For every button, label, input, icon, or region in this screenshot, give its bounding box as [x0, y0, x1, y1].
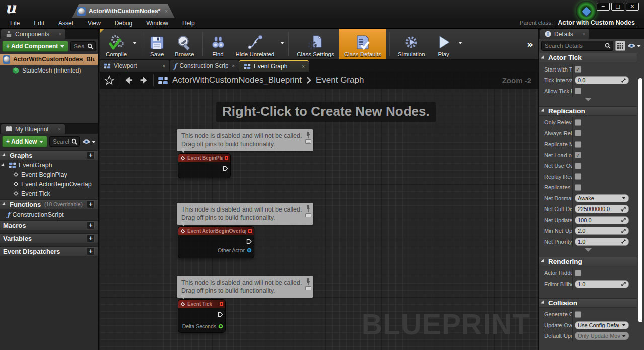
- find-button[interactable]: Find: [206, 29, 231, 59]
- number-field[interactable]: 225000000.0: [575, 205, 629, 213]
- add-new-button[interactable]: + Add New: [2, 136, 47, 147]
- tree-item-event[interactable]: Event Tick: [0, 189, 98, 198]
- object-output-pin[interactable]: [247, 248, 252, 253]
- component-row-staticmesh[interactable]: StaticMesh (Inherited): [0, 65, 98, 76]
- add-macro-button[interactable]: +: [87, 221, 95, 229]
- save-button[interactable]: Save: [144, 29, 170, 59]
- dropdown[interactable]: Awake: [575, 194, 629, 202]
- variables-section-header[interactable]: Variables +: [0, 233, 98, 243]
- section-header-rendering[interactable]: Rendering: [539, 257, 637, 266]
- checkbox[interactable]: [575, 141, 581, 148]
- menu-item[interactable]: Window: [140, 19, 174, 28]
- tab-event-graph[interactable]: Event Graph ×: [239, 60, 309, 72]
- components-tab[interactable]: Components ×: [1, 29, 65, 39]
- number-field[interactable]: 0.0: [575, 76, 629, 84]
- parent-class-value[interactable]: Actor with Custom Nodes: [556, 19, 637, 27]
- section-header-actor-tick[interactable]: Actor Tick: [539, 53, 637, 62]
- compile-button[interactable]: Compile: [101, 29, 132, 59]
- my-blueprint-search[interactable]: [49, 136, 80, 147]
- checkbox[interactable]: [575, 66, 581, 73]
- browse-button[interactable]: Browse: [170, 29, 199, 59]
- node-event-beginplay[interactable]: Event BeginPlay: [178, 153, 231, 178]
- node-event-actorbeginoverlap[interactable]: Event ActorBeginOverlap Other Actor: [178, 226, 254, 258]
- view-options[interactable]: [82, 138, 96, 145]
- class-defaults-button[interactable]: Class Defaults: [339, 29, 386, 59]
- tree-item-event[interactable]: Event ActorBeginOverlap: [0, 179, 98, 189]
- window-control-button[interactable]: −: [597, 3, 610, 11]
- asset-window-tab[interactable]: ActorWithCustomNodes* ×: [72, 4, 175, 18]
- favorite-star-icon[interactable]: [104, 75, 115, 86]
- checkbox[interactable]: [575, 163, 581, 169]
- node-title-bar[interactable]: Event Tick: [178, 300, 225, 308]
- breadcrumb-current[interactable]: Event Graph: [316, 75, 364, 85]
- menu-item[interactable]: View: [82, 19, 107, 28]
- pushpin-icon[interactable]: [306, 278, 311, 286]
- menu-item[interactable]: Asset: [52, 19, 79, 28]
- tree-item-eventgraph[interactable]: EventGraph: [0, 160, 98, 170]
- class-settings-button[interactable]: Class Settings: [292, 29, 339, 59]
- add-function-button[interactable]: +: [87, 200, 95, 208]
- property-matrix-button[interactable]: [615, 41, 625, 51]
- add-graph-button[interactable]: +: [87, 151, 95, 159]
- details-search-input[interactable]: [544, 42, 605, 49]
- compile-options-caret[interactable]: [133, 42, 137, 46]
- node-event-tick[interactable]: Event Tick Delta Seconds: [178, 299, 226, 333]
- breadcrumb-root[interactable]: ActorWithCustomNodes_Blueprint: [172, 75, 302, 85]
- details-view-options[interactable]: [627, 43, 641, 49]
- components-search[interactable]: [70, 41, 96, 51]
- tab-construction-script[interactable]: ƒ Construction Script ×: [170, 60, 239, 72]
- menu-item[interactable]: Edit: [28, 19, 50, 28]
- float-output-pin[interactable]: [218, 324, 223, 329]
- window-control-button[interactable]: ✕: [626, 3, 639, 11]
- hide-unrelated-button[interactable]: Hide Unrelated: [231, 29, 280, 59]
- pushpin-icon[interactable]: [306, 205, 311, 213]
- add-variable-button[interactable]: +: [87, 234, 95, 242]
- tab-close-icon[interactable]: ×: [302, 64, 305, 69]
- asset-tab-close-icon[interactable]: ×: [165, 9, 168, 14]
- tree-item-event[interactable]: Event BeginPlay: [0, 170, 98, 179]
- add-component-button[interactable]: + Add Component: [2, 41, 68, 52]
- component-row-root[interactable]: ActorWithCustomNodes_Blueprint: [0, 54, 98, 65]
- checkbox[interactable]: [575, 119, 581, 126]
- simulation-button[interactable]: Simulation: [393, 29, 430, 59]
- macros-section-header[interactable]: Macros +: [0, 220, 98, 230]
- checkbox[interactable]: [575, 311, 581, 318]
- exec-output-pin[interactable]: [223, 166, 228, 171]
- tab-close-icon[interactable]: ×: [162, 63, 165, 69]
- section-header-collision[interactable]: Collision: [539, 298, 637, 308]
- dropdown[interactable]: Only Update Mov: [575, 332, 629, 340]
- tutorial-help-icon[interactable]: [576, 1, 597, 22]
- number-field[interactable]: 1.0: [575, 280, 629, 288]
- event-graph-canvas[interactable]: ActorWithCustomNodes_Blueprint Event Gra…: [100, 72, 538, 350]
- dropdown[interactable]: Use Config Defau: [575, 321, 629, 329]
- menu-item[interactable]: Debug: [109, 19, 138, 28]
- node-title-bar[interactable]: Event BeginPlay: [178, 154, 230, 162]
- event-dispatchers-section-header[interactable]: Event Dispatchers +: [0, 246, 98, 256]
- play-options-caret[interactable]: [458, 42, 462, 46]
- hide-unrelated-options-caret[interactable]: [280, 42, 284, 46]
- play-button[interactable]: Play: [430, 29, 457, 59]
- details-search[interactable]: [541, 41, 613, 51]
- menu-item[interactable]: File: [4, 19, 26, 28]
- menu-item[interactable]: Help: [176, 19, 201, 28]
- functions-section-header[interactable]: Functions (18 Overridable) +: [0, 199, 98, 209]
- tab-viewport[interactable]: Viewport ×: [100, 60, 169, 72]
- exec-output-pin[interactable]: [218, 312, 223, 317]
- node-title-bar[interactable]: Event ActorBeginOverlap: [178, 227, 254, 235]
- back-arrow-icon[interactable]: [123, 75, 134, 86]
- details-tab-close-icon[interactable]: ×: [583, 32, 585, 37]
- number-field[interactable]: 2.0: [575, 227, 629, 235]
- checkbox[interactable]: [575, 270, 581, 276]
- toolbar-overflow-chevron[interactable]: »: [523, 38, 537, 50]
- window-control-button[interactable]: □: [611, 3, 624, 11]
- pushpin-icon[interactable]: [306, 131, 311, 139]
- tree-item-constructionscript[interactable]: ƒ ConstructionScript: [0, 209, 98, 219]
- checkbox[interactable]: [575, 88, 581, 94]
- advanced-expander[interactable]: [539, 98, 637, 104]
- details-scrollbar[interactable]: [638, 78, 642, 322]
- section-header-replication[interactable]: Replication: [539, 106, 637, 116]
- checkbox[interactable]: [575, 184, 581, 191]
- my-blueprint-search-input[interactable]: [52, 138, 71, 145]
- details-tab[interactable]: Details ×: [540, 29, 589, 39]
- my-blueprint-tab-close-icon[interactable]: ×: [58, 127, 61, 132]
